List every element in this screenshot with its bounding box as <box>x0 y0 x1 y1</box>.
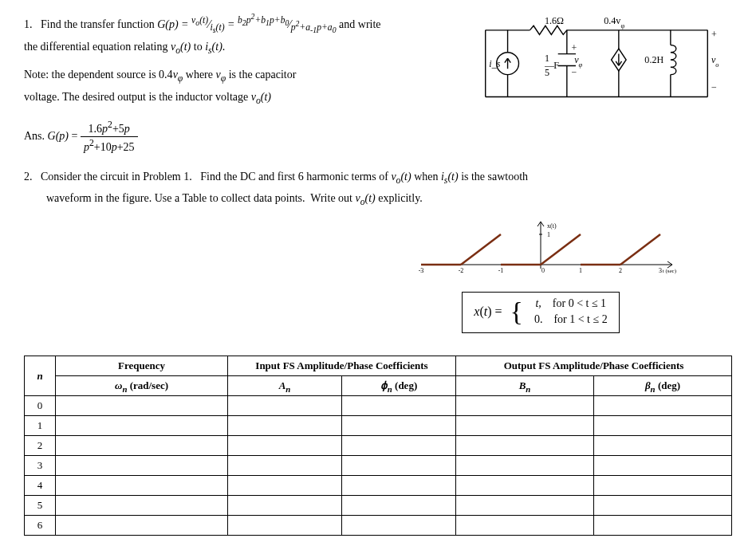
pw-r1-l: t, <box>535 297 541 309</box>
th-ben: βn (deg) <box>594 376 732 396</box>
piecewise-box: x(t) = { t, for 0 < t ≤ 1 0. for 1 < t ≤… <box>462 292 619 333</box>
tick--1: -1 <box>498 267 504 274</box>
ymax: 1 <box>547 231 550 238</box>
sawtooth-figure: -3 -2 -1 0 1 2 3 x(t) 1 t (sec) x(t) = {… <box>413 217 684 333</box>
circuit-vo: vo <box>711 54 719 68</box>
pw-r2-l: 0. <box>534 313 543 325</box>
circuit-vo-plus: + <box>711 29 717 40</box>
tick-0: 0 <box>541 267 545 274</box>
p1-line2: the differential equation relating vo(t)… <box>24 39 437 57</box>
ylabel: x(t) <box>547 222 557 230</box>
xlabel: t (sec) <box>663 268 677 274</box>
tick-1: 1 <box>579 267 582 274</box>
th-freq: Frequency <box>56 356 228 376</box>
pw-r2-r: for 1 < t ≤ 2 <box>553 313 607 325</box>
circuit-c-label3: 5 <box>545 67 549 78</box>
table-row: 1 <box>25 416 732 436</box>
th-An: An <box>228 376 342 396</box>
th-phin: ϕn (deg) <box>342 376 456 396</box>
p1-line1: 1. Find the transfer function G(p) = vo(… <box>24 11 437 36</box>
table-row: 0 <box>25 396 732 416</box>
circuit-c-label: 1 <box>545 53 549 64</box>
brace-icon: { <box>510 298 523 325</box>
table-row: 4 <box>25 476 732 496</box>
p1-eq1: G(p) = vo(t)⁄is(t) = b2p2+b1p+b0⁄p2+a-1p… <box>157 18 336 30</box>
circuit-vphi-plus: + <box>571 42 577 53</box>
p2-line2: waveform in the figure. Use a Table to c… <box>46 191 732 209</box>
pw-r1-r: for 0 < t ≤ 1 <box>553 297 606 309</box>
circuit-c-F: F <box>553 60 559 71</box>
tick-2: 2 <box>619 267 622 274</box>
p1-note2: voltage. The desired output is the induc… <box>24 89 437 108</box>
th-in: Input FS Amplitude/Phase Coefficients <box>228 356 456 376</box>
p1-line1a: 1. Find the transfer function <box>24 18 157 30</box>
table-row: 6 <box>25 516 732 536</box>
p1-ans: Ans. G(p) = 1.6p2+5pp2+10p+25 <box>24 119 437 155</box>
tick--2: -2 <box>459 267 464 274</box>
th-wn: ωn (rad/sec) <box>56 376 228 396</box>
coefficients-table: n Frequency Input FS Amplitude/Phase Coe… <box>24 356 732 536</box>
table-row: 2 <box>25 436 732 456</box>
tick-3: 3 <box>659 267 662 274</box>
th-Bn: Bn <box>456 376 594 396</box>
p1-line1b: and write <box>339 18 380 30</box>
circuit-diagram: 1.6Ω i_s 1 ── 5 F + vφ − 0.4vφ 0.2H + vo… <box>461 8 732 158</box>
piecewise-lhs: x(t) = <box>474 304 502 319</box>
circuit-src-label: i_s <box>489 58 500 69</box>
circuit-dep-label: 0.4vφ <box>604 15 624 29</box>
p1-note1: Note: the dependent source is 0.4vφ wher… <box>24 67 437 85</box>
circuit-vphi-minus: − <box>571 67 577 78</box>
p2-line1: 2. Consider the circuit in Problem 1. Fi… <box>46 169 732 187</box>
table-row: 5 <box>25 496 732 516</box>
th-out: Output FS Amplitude/Phase Coefficients <box>456 356 732 376</box>
circuit-r-label: 1.6Ω <box>545 15 564 26</box>
table-row: 3 <box>25 456 732 476</box>
circuit-l-label: 0.2H <box>644 54 663 65</box>
tick--3: -3 <box>419 267 424 274</box>
circuit-vo-minus: − <box>711 82 717 93</box>
th-n: n <box>25 356 56 396</box>
